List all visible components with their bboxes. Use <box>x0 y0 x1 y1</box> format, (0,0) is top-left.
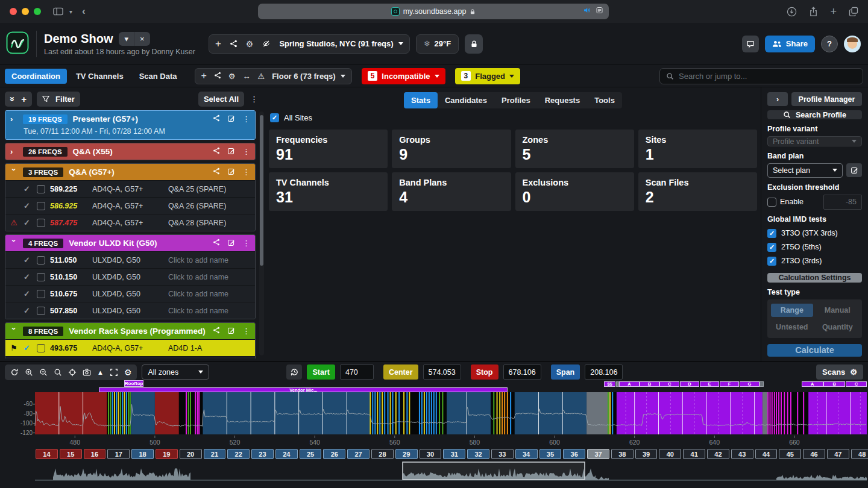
share-zone-icon[interactable] <box>214 72 221 81</box>
tv-channel-38[interactable]: 38 <box>611 449 634 459</box>
start-freq-input[interactable]: 470 <box>340 364 374 380</box>
zone-selector[interactable]: Floor 6 (73 freqs) <box>272 72 345 81</box>
tv-channel-18[interactable]: 18 <box>131 449 154 459</box>
profile-variant-select[interactable]: Profile variant <box>767 136 862 146</box>
band-strip-g[interactable]: G <box>740 381 759 387</box>
row-name-placeholder[interactable]: Click to add name <box>168 256 228 264</box>
tv-channel-39[interactable]: 39 <box>635 449 658 459</box>
center-freq-input[interactable]: 574.053 <box>423 364 461 380</box>
tab-candidates[interactable]: Candidates <box>438 92 494 108</box>
tab-tools[interactable]: Tools <box>587 92 622 108</box>
tv-channel-47[interactable]: 47 <box>827 449 849 459</box>
enable-threshold-checkbox[interactable] <box>767 198 776 207</box>
site-settings-gear-icon[interactable]: ⚙ <box>246 39 254 49</box>
all-sites-checkbox[interactable]: ✓ <box>270 113 279 122</box>
tv-channel-41[interactable]: 41 <box>683 449 705 459</box>
add-site-icon[interactable]: + <box>215 38 221 50</box>
frequency-row[interactable]: ✓493.200AD4Q-A, G57+AD4D 1-B <box>5 356 255 358</box>
frequency-row[interactable]: ✓586.925AD4Q-A, G57+Q&A 26 (SPARE) <box>5 197 255 214</box>
zoom-out-icon[interactable] <box>39 368 48 377</box>
group-menu-kebab-icon[interactable]: ⋮ <box>242 239 250 248</box>
span-freq-input[interactable]: 208.106 <box>585 364 623 380</box>
back-button-icon[interactable]: ‹ <box>82 5 86 17</box>
tv-channel-17[interactable]: 17 <box>107 449 130 459</box>
row-checkbox[interactable] <box>37 273 45 281</box>
row-checkbox[interactable] <box>37 256 45 264</box>
tv-channel-44[interactable]: 44 <box>755 449 778 459</box>
tv-channel-14[interactable]: 14 <box>36 449 58 459</box>
user-avatar[interactable] <box>844 36 861 52</box>
minimize-window-button[interactable] <box>22 8 29 15</box>
tv-channel-28[interactable]: 28 <box>371 449 394 459</box>
row-checkbox[interactable] <box>37 307 45 315</box>
close-window-button[interactable] <box>10 8 17 15</box>
row-name-placeholder[interactable]: Click to add name <box>168 307 228 315</box>
imd-checkbox[interactable]: ✓ <box>767 229 776 238</box>
threshold-input[interactable]: -85 <box>823 195 862 210</box>
tv-channel-42[interactable]: 42 <box>707 449 729 459</box>
group-header[interactable]: ›19 FREQSPresenter (G57+)⋮ <box>5 111 255 127</box>
test-type-manual[interactable]: Manual <box>817 304 859 317</box>
group-chevron-icon[interactable]: › <box>10 240 19 247</box>
test-type-untested[interactable]: Untested <box>771 321 813 334</box>
site-selector[interactable]: Spring Studios, NYC (91 freqs) <box>279 39 403 48</box>
group-menu-kebab-icon[interactable]: ⋮ <box>242 327 250 336</box>
add-zone-icon[interactable]: + <box>201 70 207 81</box>
row-name-placeholder[interactable]: Click to add name <box>168 290 228 298</box>
tv-channel-43[interactable]: 43 <box>731 449 753 459</box>
group-chevron-icon[interactable]: › <box>10 169 19 176</box>
downloads-icon[interactable] <box>787 7 797 17</box>
group-share-icon[interactable] <box>213 147 220 156</box>
tv-channel-20[interactable]: 20 <box>180 449 202 459</box>
nav-tab-coordination[interactable]: Coordination <box>5 69 67 84</box>
share-page-icon[interactable] <box>809 7 818 17</box>
tv-channel-27[interactable]: 27 <box>347 449 370 459</box>
edit-band-plan-button[interactable] <box>846 163 862 177</box>
show-menu-chevron[interactable]: ▾ <box>119 32 134 46</box>
search-profile-button[interactable]: Search Profile <box>767 110 862 119</box>
reader-mode-icon[interactable] <box>596 7 603 14</box>
band-plan-select[interactable]: Select plan <box>767 163 843 178</box>
calculation-settings-button[interactable]: Calculation Settings <box>767 273 862 283</box>
row-checkbox[interactable] <box>37 202 45 210</box>
group-header[interactable]: ›4 FREQSVendor ULXD Kit (G50)⋮ <box>5 235 255 251</box>
tv-channel-46[interactable]: 46 <box>803 449 825 459</box>
spectrum-settings-gear-icon[interactable]: ⚙ <box>124 368 132 377</box>
tv-channel-35[interactable]: 35 <box>539 449 562 459</box>
row-checkbox[interactable] <box>37 290 45 298</box>
search-spectrum-icon[interactable] <box>54 368 62 377</box>
group-header[interactable]: ›26 FREQSQ&A (X55)⋮ <box>5 143 255 160</box>
tv-channel-36[interactable]: 36 <box>563 449 585 459</box>
share-button[interactable]: Share <box>765 36 815 52</box>
tab-profiles[interactable]: Profiles <box>494 92 538 108</box>
group-share-icon[interactable] <box>213 239 220 248</box>
band-strip[interactable] <box>616 381 619 387</box>
tv-channel-45[interactable]: 45 <box>779 449 801 459</box>
collapse-all-icon[interactable]: » <box>8 96 18 101</box>
band-strip-b[interactable]: B <box>640 381 659 387</box>
list-scrollbar[interactable] <box>259 111 264 355</box>
group-menu-kebab-icon[interactable]: ⋮ <box>242 147 250 156</box>
frequency-row[interactable]: ✓507.850ULXD4D, G50Click to add name <box>5 302 255 319</box>
peak-hold-icon[interactable]: ▲ <box>97 369 104 376</box>
tv-channel-15[interactable]: 15 <box>60 449 82 459</box>
band-strip-f[interactable]: F <box>720 381 739 387</box>
group-header[interactable]: ›8 FREQSVendor Rack Spares (Programmed)⋮ <box>5 323 255 339</box>
zone-settings-gear-icon[interactable]: ⚙ <box>228 72 236 81</box>
new-tab-icon[interactable]: + <box>830 5 837 18</box>
tv-channel-24[interactable]: 24 <box>275 449 298 459</box>
stop-freq-input[interactable]: 678.106 <box>503 364 541 380</box>
group-chevron-icon[interactable]: › <box>10 328 19 335</box>
zoom-in-icon[interactable] <box>25 368 33 377</box>
tv-channel-23[interactable]: 23 <box>251 449 274 459</box>
imd-checkbox[interactable]: ✓ <box>767 243 776 252</box>
tv-channel-16[interactable]: 16 <box>84 449 106 459</box>
incompatible-filter-button[interactable]: 5 Incompatible <box>362 68 445 84</box>
frequency-row[interactable]: ⚑✓493.675AD4Q-A, G57+AD4D 1-A <box>5 339 255 356</box>
group-share-icon[interactable] <box>213 114 220 124</box>
refresh-icon[interactable] <box>10 368 19 377</box>
group-edit-icon[interactable] <box>227 327 235 336</box>
group-edit-icon[interactable] <box>227 239 235 248</box>
scans-button[interactable]: Scans ⚙ <box>816 364 863 380</box>
band-strip-a[interactable]: A <box>802 381 823 387</box>
